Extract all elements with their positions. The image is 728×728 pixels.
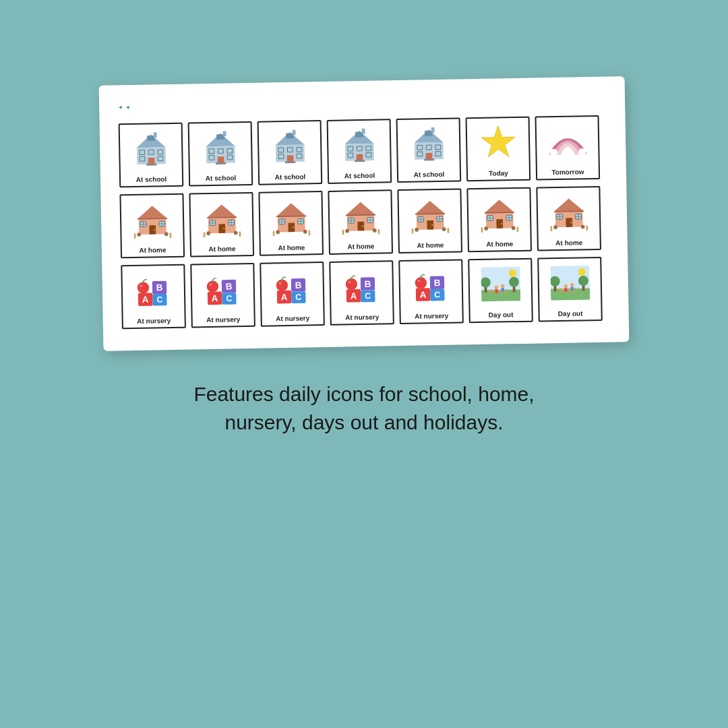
svg-rect-39	[348, 153, 353, 158]
logo-stars: ✦ ✦	[118, 104, 131, 111]
icon-cell-1-1: At home	[189, 192, 254, 257]
svg-rect-5	[157, 150, 162, 154]
icon-label-1-5: At home	[486, 240, 513, 248]
svg-rect-220	[420, 276, 421, 279]
svg-rect-90	[203, 232, 205, 237]
svg-rect-28	[278, 154, 284, 159]
icon-label-2-1: At nursery	[206, 315, 240, 324]
icon-cell-2-4: A B C At nursery	[398, 259, 464, 324]
svg-rect-175	[550, 226, 552, 231]
svg-rect-42	[354, 160, 365, 162]
nursery-icon: A B C	[411, 265, 452, 306]
svg-marker-110	[345, 202, 375, 215]
card-title	[144, 99, 606, 107]
svg-rect-7	[158, 156, 163, 161]
svg-rect-27	[296, 148, 301, 152]
svg-rect-234	[495, 289, 497, 293]
icon-cell-0-3: At school	[327, 119, 392, 184]
icon-label-1-4: At home	[417, 241, 444, 249]
icon-label-2-5: Day out	[489, 311, 514, 319]
svg-marker-76	[206, 204, 237, 218]
svg-text:A: A	[280, 292, 287, 302]
svg-rect-10	[153, 132, 156, 138]
svg-rect-52	[425, 153, 432, 160]
svg-marker-93	[276, 203, 306, 216]
icon-cell-0-6: Tomorrow	[535, 115, 601, 181]
svg-rect-37	[357, 146, 362, 151]
svg-rect-158	[481, 227, 483, 233]
svg-text:C: C	[226, 294, 232, 303]
svg-rect-8	[148, 158, 154, 164]
svg-text:C: C	[156, 295, 162, 305]
svg-rect-91	[239, 231, 241, 237]
icon-cell-0-5: Today	[466, 117, 531, 182]
logo: ✦ ✦	[118, 104, 131, 111]
svg-rect-202	[281, 279, 282, 282]
svg-rect-252	[570, 286, 573, 291]
svg-rect-21	[222, 131, 226, 136]
icon-cell-2-5: Day out	[468, 258, 533, 324]
svg-rect-53	[423, 158, 434, 160]
svg-rect-74	[169, 233, 171, 238]
nursery-icon: A B C	[133, 270, 174, 311]
svg-rect-32	[292, 130, 295, 135]
icon-label-2-4: At nursery	[415, 312, 448, 320]
icon-cell-0-1: At school	[188, 121, 253, 187]
icon-label-0-4: At school	[414, 171, 445, 179]
dayout-icon	[480, 264, 521, 305]
icon-cell-2-0: A B C At nursery	[121, 264, 186, 330]
svg-rect-6	[140, 156, 145, 161]
icon-cell-2-6: Day out	[537, 257, 603, 322]
svg-rect-54	[431, 127, 434, 133]
svg-rect-108	[308, 231, 310, 236]
school-icon	[200, 127, 241, 168]
weekly-routine-card: ✦ ✦ At school	[99, 76, 630, 351]
svg-line-77	[206, 217, 236, 218]
school-icon	[269, 125, 310, 166]
icon-cell-2-2: A B C At nursery	[260, 262, 325, 327]
svg-rect-250	[564, 288, 567, 292]
svg-rect-30	[286, 155, 293, 162]
svg-rect-49	[435, 145, 440, 150]
svg-rect-184	[142, 281, 144, 284]
icon-label-2-3: At nursery	[345, 313, 379, 322]
icon-label-2-0: At nursery	[137, 317, 171, 325]
school-icon	[408, 123, 449, 164]
icon-cell-2-1: A B C At nursery	[190, 263, 255, 328]
nursery-icon: A B C	[272, 267, 313, 308]
icon-label-1-3: At home	[347, 243, 374, 251]
icon-label-1-1: At home	[208, 245, 235, 253]
svg-rect-18	[227, 155, 233, 160]
icon-label-0-2: At school	[275, 173, 306, 181]
icon-cell-1-3: At home	[328, 189, 393, 255]
svg-rect-40	[366, 152, 371, 157]
home-icon	[270, 196, 311, 237]
icon-cell-0-2: At school	[257, 120, 323, 185]
svg-rect-41	[356, 154, 363, 161]
nursery-icon: A B C	[341, 266, 382, 307]
icon-label-0-6: Tomorrow	[551, 168, 584, 176]
icon-grid: At school At school	[119, 115, 610, 330]
today-icon	[477, 122, 518, 163]
svg-marker-161	[553, 198, 584, 212]
svg-rect-107	[272, 231, 274, 237]
svg-text:B: B	[156, 282, 162, 293]
svg-rect-17	[209, 155, 214, 160]
svg-text:C: C	[365, 291, 371, 301]
school-icon	[338, 125, 380, 166]
svg-line-94	[276, 216, 305, 217]
icon-cell-1-6: At home	[536, 186, 601, 251]
svg-text:C: C	[434, 290, 440, 299]
icon-label-0-3: At school	[344, 172, 375, 180]
svg-line-111	[345, 215, 375, 216]
svg-text:B: B	[295, 280, 301, 291]
svg-line-60	[137, 218, 166, 219]
bottom-text: Features daily icons for school, home, n…	[193, 380, 534, 437]
icon-cell-1-2: At home	[258, 191, 324, 256]
svg-rect-159	[516, 226, 518, 232]
home-icon	[131, 199, 173, 240]
card-header: ✦ ✦	[118, 96, 606, 112]
svg-rect-4	[148, 150, 154, 154]
icon-row-0: At school At school	[119, 115, 608, 188]
svg-text:A: A	[419, 290, 426, 300]
